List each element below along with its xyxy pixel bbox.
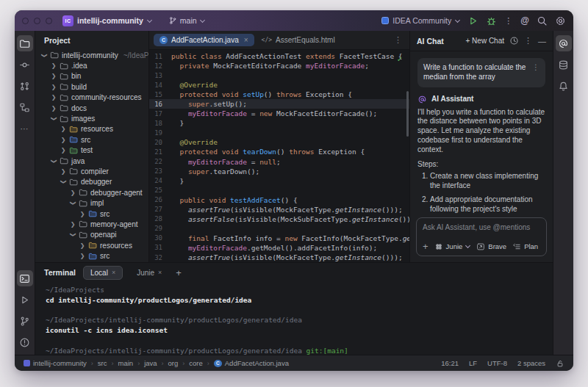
message-options-button[interactable]: ⋮ — [532, 63, 539, 82]
ai-chat-button[interactable] — [556, 35, 572, 51]
breadcrumb-item-org[interactable]: org — [168, 359, 179, 367]
code-line-19[interactable]: 19 — [149, 128, 409, 137]
code-line-15[interactable]: 15 protected void setUp() throws Excepti… — [149, 90, 409, 99]
code-line-18[interactable]: 18 } — [149, 118, 409, 128]
code-line-29[interactable]: 29 — [149, 224, 409, 234]
search-everywhere-button[interactable] — [537, 15, 548, 26]
junie-mode-selector[interactable]: Junie — [434, 242, 471, 251]
chat-history-icon[interactable] — [509, 36, 519, 46]
tree-item-build[interactable]: ❯build — [35, 82, 148, 92]
run-configuration-selector[interactable]: IDEA Community — [381, 16, 460, 25]
tab-assertequals-html[interactable]: </> AssertEquals.html — [256, 34, 341, 46]
tree-item-impl[interactable]: ❯impl — [35, 198, 148, 208]
chevron-collapsed-icon[interactable]: ❯ — [70, 221, 76, 228]
tree-item-images[interactable]: ❯images — [35, 113, 148, 123]
code-line-27[interactable]: 27 assertTrue(isVisible(MockFacetType.ge… — [149, 205, 409, 214]
code-line-20[interactable]: 20 @Override — [149, 137, 409, 147]
tree-item-debugger[interactable]: ❯debugger — [35, 177, 148, 187]
code-line-12[interactable]: 12 private MockFacetEditorFacade myEdito… — [149, 61, 409, 70]
tree-item-compiler[interactable]: ❯compiler — [35, 166, 148, 176]
tree-item-docs[interactable]: ❯docs — [35, 103, 148, 113]
notifications-button[interactable] — [556, 78, 572, 94]
code-line-31[interactable]: 31 myEditorFacade.getModel().addFacetInf… — [149, 243, 409, 253]
chevron-collapsed-icon[interactable]: ❯ — [51, 62, 57, 69]
breadcrumb-item-main[interactable]: main — [118, 359, 134, 367]
run-button[interactable] — [467, 15, 478, 26]
version-control-button[interactable] — [17, 313, 33, 329]
chevron-expanded-icon[interactable]: ❯ — [70, 200, 76, 206]
project-button[interactable] — [17, 35, 33, 51]
vcs-branch-widget[interactable]: main — [168, 16, 205, 25]
plan-mode-toggle[interactable]: Plan — [512, 242, 538, 251]
terminal-output[interactable]: ~/IdeaProjectscd intellij-community/prod… — [35, 282, 553, 359]
code-line-11[interactable]: 11public class AddFacetActionTest extend… — [149, 51, 409, 61]
tree-item-src[interactable]: ❯src — [35, 209, 148, 219]
code-line-28[interactable]: 28 assertFalse(isVisible(MockSubFacetTyp… — [149, 214, 409, 224]
breadcrumb-item-java[interactable]: java — [144, 359, 157, 367]
tree-item-bin[interactable]: ❯bin — [35, 71, 148, 82]
close-tab-icon[interactable]: × — [112, 269, 115, 276]
code-line-26[interactable]: 26 public void testAddFacet() { — [149, 195, 409, 205]
close-window-button[interactable] — [22, 18, 29, 24]
code-line-21[interactable]: 21 protected void tearDown() throws Exce… — [149, 147, 409, 156]
code-line-30[interactable]: 30 final FacetInfo info = new FacetInfo(… — [149, 234, 409, 243]
chevron-collapsed-icon[interactable]: ❯ — [60, 168, 66, 175]
chevron-collapsed-icon[interactable]: ❯ — [60, 137, 66, 143]
editor-scrollbar[interactable] — [406, 91, 409, 137]
code-line-22[interactable]: 22 myEditorFacade = null; — [149, 157, 409, 167]
macos-traffic-lights[interactable] — [22, 18, 52, 24]
zoom-window-button[interactable] — [46, 18, 52, 24]
settings-button[interactable] — [555, 15, 566, 26]
debug-button[interactable] — [486, 15, 497, 26]
tree-item-community-resources[interactable]: ❯community-resources — [35, 93, 148, 103]
code-line-32[interactable]: 32 assertTrue(isVisible(MockFacetType.ge… — [149, 253, 409, 262]
tree-item-resources[interactable]: ❯resources — [35, 240, 148, 250]
pull-requests-button[interactable] — [17, 78, 33, 94]
hide-panel-button[interactable]: — — [538, 37, 546, 46]
database-button[interactable] — [556, 57, 572, 73]
caret-position[interactable]: 16:21 — [441, 359, 459, 367]
tree-item-java[interactable]: ❯java — [35, 156, 148, 166]
tree-item-resources[interactable]: ❯resources — [35, 124, 148, 134]
brave-mode-toggle[interactable]: Brave — [476, 242, 506, 251]
chevron-expanded-icon[interactable]: ❯ — [51, 116, 57, 122]
chevron-expanded-icon[interactable]: ❯ — [41, 52, 48, 58]
chevron-collapsed-icon[interactable]: ❯ — [79, 211, 85, 217]
tree-item-test[interactable]: ❯test — [35, 145, 148, 156]
code-line-13[interactable]: 13 — [149, 70, 409, 80]
chevron-expanded-icon[interactable]: ❯ — [70, 232, 76, 238]
project-widget[interactable]: IC intellij-community — [62, 15, 152, 26]
chevron-collapsed-icon[interactable]: ❯ — [60, 126, 66, 132]
line-separator[interactable]: LF — [469, 359, 477, 367]
file-encoding[interactable]: UTF-8 — [487, 359, 507, 367]
terminal-tab-junie[interactable]: Junie × — [130, 267, 168, 279]
problems-button[interactable] — [17, 334, 33, 350]
code-line-16[interactable]: 16 super.setUp(); — [149, 99, 409, 109]
breadcrumb-item-addfacetaction-java[interactable]: CAddFacetAction.java — [214, 359, 289, 367]
structure-button[interactable] — [17, 99, 33, 115]
tree-item-src[interactable]: ❯src — [35, 250, 148, 261]
chat-options-button[interactable]: ⋮ — [524, 36, 533, 46]
close-tab-icon[interactable]: × — [158, 269, 162, 276]
terminal-button[interactable] — [17, 270, 33, 286]
editor-options-button[interactable]: ⋮ — [391, 35, 405, 45]
code-line-25[interactable]: 25 — [149, 186, 409, 195]
indent-style[interactable]: 2 spaces — [517, 359, 545, 367]
chat-input-box[interactable]: Ask AI Assistant, use @mentions + Junie … — [416, 217, 547, 256]
tree-item-debugger-agent[interactable]: ❯debugger-agent — [35, 187, 148, 198]
breadcrumb-item-core[interactable]: core — [189, 359, 202, 367]
ai-assistant-icon[interactable]: @ — [520, 16, 529, 25]
run-button[interactable] — [17, 292, 33, 308]
more-actions-button[interactable]: ⋮ — [504, 16, 513, 26]
minimize-window-button[interactable] — [34, 18, 40, 24]
code-line-17[interactable]: 17 myEditorFacade = new MockFacetEditorF… — [149, 109, 409, 118]
code-line-23[interactable]: 23 super.tearDown(); — [149, 167, 409, 176]
chevron-collapsed-icon[interactable]: ❯ — [70, 189, 76, 196]
new-terminal-tab-button[interactable]: + — [176, 267, 182, 278]
chevron-collapsed-icon[interactable]: ❯ — [60, 147, 66, 153]
breadcrumb-item-intellij-community[interactable]: intellij-community — [24, 359, 87, 367]
chevron-collapsed-icon[interactable]: ❯ — [51, 105, 57, 112]
chevron-collapsed-icon[interactable]: ❯ — [79, 253, 85, 259]
tree-item-src[interactable]: ❯src — [35, 134, 148, 145]
tree-item-intellij-community[interactable]: ❯intellij-community~/IdeaProjects — [35, 50, 148, 60]
